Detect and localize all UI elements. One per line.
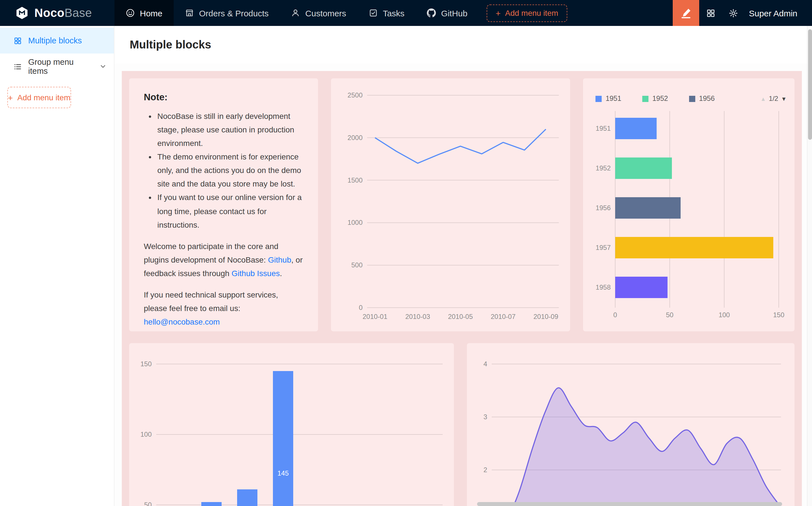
page-title-bar: Multiple blocks: [115, 26, 807, 64]
x-tick-label: 50: [666, 311, 674, 319]
shop-icon: [185, 8, 194, 17]
legend-swatch: [689, 95, 695, 102]
y-tick-label: 1000: [348, 219, 363, 226]
x-tick-label: 0: [613, 311, 617, 319]
y-tick-label: 1957: [596, 244, 611, 251]
bar-1958: [615, 277, 668, 298]
bar: [273, 371, 293, 506]
y-tick-label: 500: [351, 261, 363, 269]
app-root: NocoBase Home Orders & Products Customer…: [0, 0, 812, 506]
nav-tab-orders-products[interactable]: Orders & Products: [174, 0, 280, 26]
y-tick-label: 1956: [596, 204, 611, 212]
legend-pager-down-icon[interactable]: ▼: [781, 95, 787, 102]
chevron-down-icon: [100, 63, 106, 70]
bar: [201, 502, 222, 506]
legend-item-1952[interactable]: 1952: [642, 95, 668, 102]
legend-item-1956[interactable]: 1956: [689, 95, 715, 102]
y-tick-label: 1500: [348, 176, 363, 184]
vertical-scrollbar[interactable]: [807, 26, 812, 506]
email-link[interactable]: hello@nocobase.com: [144, 317, 220, 326]
note-bullet-list: NocoBase is still in early development s…: [144, 109, 303, 231]
ui-editor-button[interactable]: [673, 0, 699, 26]
github-issues-link[interactable]: Github Issues: [231, 269, 280, 278]
markdown-note-block: Note: NocoBase is still in early develop…: [129, 78, 318, 331]
user-menu[interactable]: Super Admin: [744, 0, 812, 26]
plus-icon: +: [496, 9, 501, 17]
y-tick-label: 3: [484, 413, 487, 421]
hbar-legend: 195119521956▲1/2▼: [595, 95, 787, 102]
line-chart-svg: 050010001500200025002010-012010-032010-0…: [331, 78, 570, 331]
y-tick-label: 4: [484, 360, 487, 368]
x-tick-label: 150: [773, 311, 784, 319]
x-tick-label: 2010-05: [448, 313, 473, 320]
check-square-icon: [369, 8, 378, 17]
legend-pager: ▲1/2▼: [760, 95, 787, 102]
nav-spacer: [567, 0, 673, 26]
note-paragraph-2: If you need technical support services, …: [144, 288, 303, 329]
nav-add-menu-item-button[interactable]: + Add menu item: [487, 4, 567, 22]
nocobase-logo-icon: [15, 6, 29, 20]
smile-icon: [126, 8, 135, 17]
y-tick-label: 2000: [348, 134, 363, 142]
page-design-panel: Note: NocoBase is still in early develop…: [122, 71, 802, 506]
legend-swatch: [595, 95, 602, 102]
note-paragraph-1: Welcome to participate in the core and p…: [144, 239, 303, 280]
scrollbar-thumb[interactable]: [808, 29, 812, 140]
plugin-manager-button[interactable]: [699, 0, 722, 26]
horizontal-bar-chart-block: 195119521956▲1/2▼ 0501001501951195219561…: [583, 78, 795, 331]
x-tick-label: 100: [719, 311, 730, 319]
bar-1951: [615, 118, 657, 139]
nav-add-menu-item-label: Add menu item: [505, 8, 558, 17]
sidebar-item-multiple-blocks[interactable]: Multiple blocks: [0, 28, 114, 54]
y-tick-label: 150: [140, 360, 152, 368]
x-tick-label: 2010-03: [405, 313, 430, 320]
nocobase-logo[interactable]: NocoBase: [0, 0, 115, 26]
grid-icon: [13, 36, 22, 45]
note-title: Note:: [144, 92, 303, 102]
line-chart-block: 050010001500200025002010-012010-032010-0…: [331, 78, 570, 331]
github-link[interactable]: Github: [268, 255, 292, 264]
blocks-row-2: 50100150145 234: [129, 343, 795, 506]
note-bullet: The demo environment is for experience o…: [157, 150, 303, 190]
sidebar-add-menu-item-label: Add menu item: [17, 93, 71, 102]
x-tick-label: 2010-01: [363, 313, 387, 320]
highlighter-icon: [680, 7, 692, 19]
plus-icon: +: [8, 93, 13, 102]
x-tick-label: 2010-09: [533, 313, 558, 320]
settings-button[interactable]: [722, 0, 744, 26]
legend-item-1951[interactable]: 1951: [595, 95, 621, 102]
y-tick-label: 1951: [596, 124, 611, 132]
y-tick-label: 50: [144, 501, 152, 506]
nav-tabs: Home Orders & Products Customers Tasks G…: [115, 0, 479, 26]
bar-chart-svg: 50100150145: [129, 343, 454, 506]
bar: [237, 489, 257, 506]
legend-pager-up-icon[interactable]: ▲: [760, 95, 766, 102]
nav-tab-github[interactable]: GitHub: [416, 0, 479, 26]
top-navbar: NocoBase Home Orders & Products Customer…: [0, 0, 812, 26]
nav-tab-customers[interactable]: Customers: [280, 0, 358, 26]
sidebar-item-group-menu-items[interactable]: Group menu items: [0, 54, 114, 79]
area-chart-block: 234: [467, 343, 795, 506]
note-bullet: If you want to use our online version fo…: [157, 191, 303, 231]
bar-1957: [615, 237, 773, 258]
nav-tab-tasks[interactable]: Tasks: [358, 0, 416, 26]
list-icon: [13, 62, 22, 71]
chart-slider[interactable]: [477, 502, 782, 506]
line-series: [375, 129, 546, 163]
sidebar-add-menu-item-button[interactable]: + Add menu item: [7, 87, 71, 108]
y-tick-label: 2: [484, 466, 487, 474]
nav-tab-label: GitHub: [441, 8, 467, 18]
logo-text: NocoBase: [34, 6, 92, 20]
page-title: Multiple blocks: [130, 38, 211, 51]
legend-swatch: [642, 95, 649, 102]
y-tick-label: 1958: [596, 283, 611, 291]
content-area: Note: NocoBase is still in early develop…: [115, 64, 807, 506]
nav-tab-label: Orders & Products: [199, 8, 269, 18]
github-icon: [427, 8, 436, 17]
nav-tab-label: Customers: [305, 8, 346, 18]
nav-tab-label: Tasks: [383, 8, 404, 18]
user-name: Super Admin: [749, 8, 797, 18]
nav-tab-home[interactable]: Home: [115, 0, 174, 26]
y-tick-label: 100: [140, 430, 152, 438]
sidebar-item-label: Group menu items: [28, 58, 91, 76]
